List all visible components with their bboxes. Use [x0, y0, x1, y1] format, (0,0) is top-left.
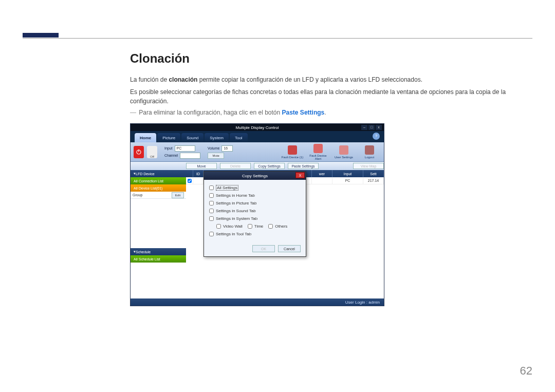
page-number: 62: [520, 364, 532, 378]
tab-system[interactable]: System: [205, 133, 229, 142]
input-select[interactable]: PC: [175, 145, 195, 152]
top-divider: [23, 38, 532, 39]
user-login-label: User Login : admin: [345, 300, 380, 305]
min-button[interactable]: –: [361, 125, 367, 130]
close-button[interactable]: x: [376, 125, 382, 130]
input-label: Input: [164, 146, 173, 150]
fault-device-alert-icon[interactable]: Fault Device Alert: [307, 144, 329, 160]
app-title: Multiple Display Control: [235, 125, 279, 130]
edit-button[interactable]: Edit: [172, 192, 184, 198]
copy-settings-dialog: Copy Settings X All Settings Settings in…: [203, 171, 306, 257]
volume-value[interactable]: 16: [221, 145, 233, 152]
user-settings-icon[interactable]: User Settings: [332, 145, 355, 159]
note-dash: ―: [130, 109, 136, 116]
note-highlight: Paste Settings: [282, 109, 325, 116]
max-button[interactable]: □: [368, 125, 375, 130]
chk-video-wall[interactable]: Video Wall: [216, 222, 243, 230]
p1-bold: clonación: [169, 76, 197, 83]
button-row: Move Delete Copy Settings Paste Settings…: [131, 162, 384, 170]
toolbar: Off Input PC Channel Volume 16 Mute: [131, 142, 384, 162]
row-checkbox[interactable]: [188, 179, 192, 183]
note-post: .: [324, 109, 326, 116]
sidebar-all-connection[interactable]: All Connection List: [131, 177, 186, 184]
tabs-row: Home Picture Sound System Tool ?: [131, 131, 384, 142]
dialog-title: Copy Settings: [242, 174, 268, 178]
dialog-body: All Settings Settings in Home Tab Settin…: [204, 180, 306, 242]
row-sett: 217.14: [363, 177, 384, 184]
chk-tool-tab[interactable]: Settings in Tool Tab: [209, 230, 301, 238]
move-button[interactable]: Move: [186, 163, 217, 169]
group-label: Group: [133, 193, 142, 197]
sidebar-schedule-header[interactable]: ▾ Schedule: [131, 248, 186, 255]
channel-select[interactable]: [180, 153, 200, 159]
col-wer: wer: [312, 170, 332, 177]
sidebar-lfd-header[interactable]: ▾ LFD Device: [131, 170, 186, 177]
power-off-button[interactable]: Off: [147, 146, 157, 158]
note: ― Para eliminar la configuración, haga c…: [130, 109, 532, 116]
paragraph-1: La función de clonación permite copiar l…: [130, 75, 532, 84]
paste-settings-button[interactable]: Paste Settings: [288, 163, 319, 169]
input-channel-group: Input PC Channel: [164, 145, 200, 159]
sidebar-group-row: Group Edit: [131, 192, 186, 199]
chk-home-tab[interactable]: Settings in Home Tab: [209, 192, 301, 199]
fault-device-1-icon[interactable]: Fault Device (1): [281, 145, 304, 159]
power-on-button[interactable]: [134, 146, 144, 158]
channel-label: Channel: [164, 154, 178, 157]
chk-all-settings[interactable]: All Settings: [209, 184, 301, 192]
mute-button[interactable]: Mute: [208, 153, 224, 159]
row-input: PC: [332, 177, 363, 184]
p1-post: permite copiar la configuración de un LF…: [197, 76, 422, 83]
dialog-cancel-button[interactable]: Cancel: [278, 245, 301, 252]
tab-tool[interactable]: Tool: [230, 133, 248, 142]
copy-settings-button[interactable]: Copy Settings: [254, 163, 285, 169]
tab-home[interactable]: Home: [135, 133, 156, 142]
tab-sound[interactable]: Sound: [181, 133, 203, 142]
view-map-button[interactable]: View Map: [353, 163, 384, 169]
window-buttons: – □ x: [361, 125, 382, 130]
volume-group: Volume 16 Mute: [208, 145, 233, 159]
app-screenshot: Multiple Display Control – □ x Home Pict…: [130, 123, 384, 306]
dialog-ok-button[interactable]: OK: [252, 245, 275, 252]
tab-picture[interactable]: Picture: [157, 133, 180, 142]
sidebar: ▾ LFD Device All Connection List All Dev…: [131, 170, 186, 298]
dialog-footer: OK Cancel: [204, 242, 306, 256]
power-icon: [136, 149, 142, 155]
logout-icon[interactable]: Logout: [358, 145, 381, 159]
dialog-titlebar: Copy Settings X: [204, 172, 306, 180]
col-sett: Sett: [363, 170, 384, 177]
page-heading: Clonación: [130, 51, 532, 66]
help-icon[interactable]: ?: [373, 133, 380, 140]
note-pre: Para eliminar la configuración, haga cli…: [139, 109, 282, 116]
delete-button[interactable]: Delete: [220, 163, 251, 169]
col-input: Input: [332, 170, 363, 177]
p1-pre: La función de: [130, 76, 169, 83]
status-bar: User Login : admin: [131, 298, 384, 306]
sub-options: Video Wall Time Others: [209, 222, 301, 230]
sidebar-all-schedule[interactable]: All Schedule List: [131, 255, 186, 263]
volume-label: Volume: [208, 146, 219, 150]
titlebar: Multiple Display Control – □ x: [131, 124, 384, 131]
chk-time[interactable]: Time: [248, 222, 263, 230]
accent-bar: [23, 33, 59, 38]
sidebar-all-device[interactable]: All Device List(01): [131, 184, 186, 192]
chk-sound-tab[interactable]: Settings in Sound Tab: [209, 207, 301, 215]
chk-system-tab[interactable]: Settings in System Tab: [209, 215, 301, 222]
chk-others[interactable]: Others: [268, 222, 287, 230]
dialog-close-button[interactable]: X: [295, 172, 305, 178]
chk-picture-tab[interactable]: Settings in Picture Tab: [209, 199, 301, 207]
paragraph-2: Es posible seleccionar categorías de fic…: [130, 87, 532, 106]
col-id: ID: [193, 170, 203, 177]
